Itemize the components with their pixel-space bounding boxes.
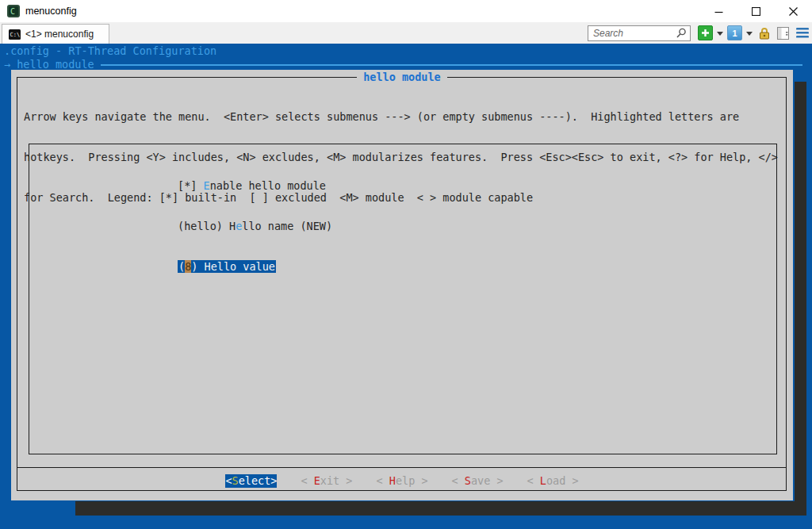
menu-items: [*] Enable hello module (hello) Hello na… <box>178 152 332 301</box>
console-window-icon <box>777 27 789 40</box>
breadcrumb-rule <box>101 64 802 66</box>
main-menu-button[interactable] <box>795 25 810 40</box>
lock-icon <box>758 27 771 40</box>
menu-list-box <box>29 144 777 454</box>
svg-text:C:\: C:\ <box>10 32 21 38</box>
new-console-button[interactable] <box>698 25 713 40</box>
select-button[interactable]: <Select> <box>225 474 277 488</box>
new-console-dropdown-icon[interactable] <box>717 32 723 39</box>
dialog-title-row: hello module <box>11 71 793 84</box>
help-button[interactable]: < Help > <box>376 474 427 488</box>
search-icon <box>676 28 687 38</box>
console-icon: C:\ <box>9 29 21 40</box>
svg-text:C: C <box>10 7 15 16</box>
maximize-button[interactable] <box>737 0 775 22</box>
app-window: C menuconfig C:\ <1> menuconfig <box>0 0 812 529</box>
window-controls <box>700 0 812 22</box>
close-button[interactable] <box>775 0 812 22</box>
minimize-icon <box>714 7 723 16</box>
load-button[interactable]: < Load > <box>527 474 579 488</box>
tab-menuconfig[interactable]: C:\ <1> menuconfig <box>2 24 109 44</box>
close-icon <box>789 7 798 16</box>
exit-button[interactable]: < Exit > <box>301 474 352 488</box>
plus-icon <box>701 29 710 37</box>
instruction-line: Arrow keys navigate the menu. <Enter> se… <box>24 110 778 124</box>
hotkey-letter: E <box>204 179 210 192</box>
backtitle: .config - RT-Thread Configuration <box>4 44 216 58</box>
save-button[interactable]: < Save > <box>452 474 504 488</box>
lock-button[interactable] <box>756 25 772 40</box>
window-title: menuconfig <box>25 6 77 17</box>
dialog-buttons: <Select> < Exit > < Help > < Save > < Lo… <box>11 474 793 488</box>
dialog-shadow-bottom <box>75 501 806 516</box>
console-list-dropdown-icon[interactable] <box>746 32 753 39</box>
buttons-separator <box>17 467 787 468</box>
active-console-button[interactable]: 1 <box>727 25 742 40</box>
hamburger-icon <box>796 28 809 38</box>
dialog: hello module Arrow keys navigate the men… <box>11 70 793 500</box>
tab-label: <1> menuconfig <box>25 29 94 40</box>
toolbar: 1 <box>588 25 810 41</box>
conemu-app-icon: C <box>7 5 20 17</box>
console-number: 1 <box>732 29 737 38</box>
terminal: .config - RT-Thread Configuration → hell… <box>0 44 812 529</box>
dialog-title: hello module <box>357 71 447 83</box>
buffer-view-button[interactable] <box>776 25 791 40</box>
menu-item-hello-value[interactable]: (8) Hello value <box>178 260 332 274</box>
menu-item-enable-hello-module[interactable]: [*] Enable hello module <box>178 179 332 193</box>
maximize-icon <box>752 7 760 16</box>
tab-bar: C:\ <1> menuconfig 1 <box>0 22 812 44</box>
menu-item-hello-name[interactable]: (hello) Hello name (NEW) <box>178 220 332 233</box>
search-box[interactable] <box>588 25 691 41</box>
dialog-shadow-right <box>795 82 806 516</box>
minimize-button[interactable] <box>700 0 737 22</box>
breadcrumb-arrow-icon: → <box>4 58 10 71</box>
titlebar: C menuconfig <box>0 0 812 22</box>
search-input[interactable] <box>592 27 676 40</box>
